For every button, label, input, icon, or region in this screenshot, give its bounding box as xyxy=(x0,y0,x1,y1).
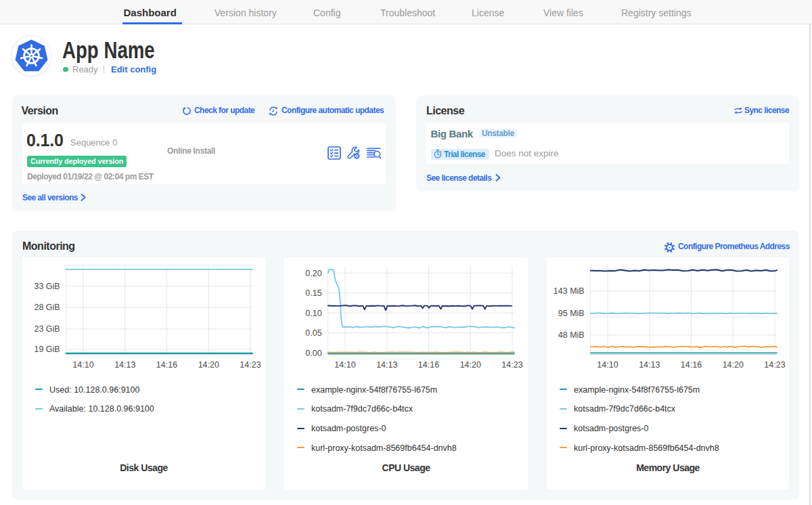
svg-text:14:16: 14:16 xyxy=(681,360,702,370)
svg-text:14:20: 14:20 xyxy=(198,360,219,370)
svg-text:14:13: 14:13 xyxy=(639,360,660,370)
svg-text:0.10: 0.10 xyxy=(305,309,321,318)
svg-text:14:13: 14:13 xyxy=(114,360,135,370)
svg-text:14:10: 14:10 xyxy=(334,360,355,370)
svg-text:33 GiB: 33 GiB xyxy=(34,282,60,291)
svg-text:14:10: 14:10 xyxy=(72,360,93,370)
svg-text:19 GiB: 19 GiB xyxy=(34,345,60,354)
svg-text:14:16: 14:16 xyxy=(418,360,439,370)
svg-text:0.15: 0.15 xyxy=(305,288,321,298)
svg-text:95 MiB: 95 MiB xyxy=(558,309,585,318)
svg-text:23 GiB: 23 GiB xyxy=(34,324,60,334)
svg-text:0.00: 0.00 xyxy=(305,349,321,358)
svg-text:14:20: 14:20 xyxy=(723,360,744,370)
svg-text:14:20: 14:20 xyxy=(460,360,481,370)
svg-text:0.20: 0.20 xyxy=(305,269,321,278)
svg-text:0.05: 0.05 xyxy=(305,328,321,338)
svg-text:143 MiB: 143 MiB xyxy=(554,286,585,296)
svg-text:28 GiB: 28 GiB xyxy=(34,303,60,312)
svg-text:14:13: 14:13 xyxy=(376,360,397,370)
svg-text:14:23: 14:23 xyxy=(764,360,785,370)
svg-text:14:23: 14:23 xyxy=(240,360,261,370)
svg-text:14:16: 14:16 xyxy=(156,360,177,370)
svg-text:48 MiB: 48 MiB xyxy=(558,330,585,340)
svg-text:14:10: 14:10 xyxy=(597,360,618,370)
svg-text:14:23: 14:23 xyxy=(501,360,522,370)
